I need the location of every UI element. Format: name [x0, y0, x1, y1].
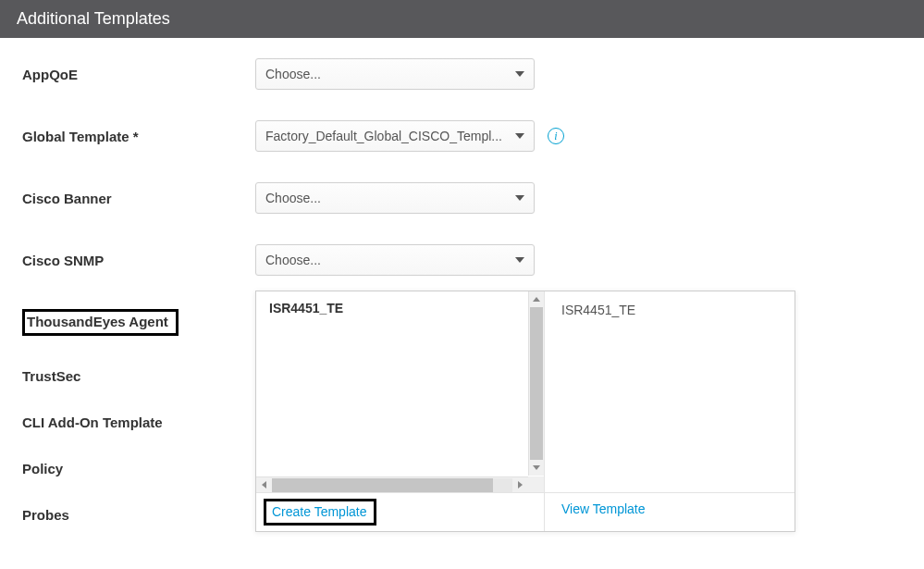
dropdown-list-content: ISR4451_TE: [256, 291, 544, 492]
arrow-left-icon: [262, 481, 266, 489]
row-global-template: Global Template * Factory_Default_Global…: [22, 120, 902, 152]
dropdown-body: ISR4451_TE ISR4451: [256, 291, 795, 492]
footer-right: View Template: [545, 493, 795, 531]
dropdown-option[interactable]: ISR4451_TE: [256, 291, 544, 325]
dropdown-list: ISR4451_TE: [256, 291, 545, 492]
scroll-left-button[interactable]: [256, 477, 272, 493]
scroll-corner: [528, 476, 544, 492]
select-cisco-snmp[interactable]: Choose...: [255, 244, 535, 276]
label-cli-addon: CLI Add-On Template: [22, 414, 255, 430]
footer-left: Create Template: [256, 493, 545, 531]
select-cisco-banner-text: Choose...: [265, 191, 321, 205]
select-global-template-text: Factory_Default_Global_CISCO_Templ...: [265, 129, 502, 143]
section-header: Additional Templates: [0, 0, 924, 38]
chevron-down-icon: [515, 71, 524, 77]
preview-title: ISR4451_TE: [561, 303, 635, 317]
vertical-scrollbar[interactable]: [528, 291, 544, 476]
label-probes: Probes: [22, 507, 255, 523]
row-appqoe: AppQoE Choose...: [22, 58, 902, 90]
highlight-thousandeyes: ThousandEyes Agent: [22, 309, 179, 336]
section-title: Additional Templates: [17, 9, 170, 28]
dropdown-preview: ISR4451_TE: [545, 291, 795, 492]
chevron-down-icon: [515, 133, 524, 139]
label-cisco-banner: Cisco Banner: [22, 191, 255, 206]
arrow-up-icon: [533, 297, 540, 302]
select-cisco-banner[interactable]: Choose...: [255, 182, 535, 214]
hscroll-thumb[interactable]: [272, 478, 493, 492]
vscroll-track[interactable]: [530, 307, 543, 460]
dropdown-footer: Create Template View Template: [256, 492, 795, 531]
row-cisco-snmp: Cisco SNMP Choose...: [22, 244, 902, 276]
label-global-template: Global Template *: [22, 129, 255, 144]
horizontal-scrollbar[interactable]: [256, 476, 528, 492]
label-policy: Policy: [22, 461, 255, 476]
vscroll-thumb[interactable]: [530, 307, 543, 460]
label-appqoe: AppQoE: [22, 67, 255, 82]
scroll-up-button[interactable]: [529, 291, 544, 307]
label-cisco-snmp: Cisco SNMP: [22, 253, 255, 268]
view-template-link[interactable]: View Template: [561, 501, 646, 516]
create-template-link[interactable]: Create Template: [272, 504, 366, 519]
info-icon[interactable]: i: [548, 128, 564, 144]
scroll-right-button[interactable]: [512, 477, 528, 493]
arrow-down-icon: [533, 465, 540, 470]
scroll-down-button[interactable]: [529, 460, 544, 476]
highlight-create-template: Create Template: [264, 499, 376, 526]
row-cisco-banner: Cisco Banner Choose...: [22, 182, 902, 214]
hscroll-track[interactable]: [272, 478, 512, 492]
select-appqoe[interactable]: Choose...: [255, 58, 535, 90]
select-appqoe-text: Choose...: [265, 67, 321, 81]
chevron-down-icon: [515, 257, 524, 263]
select-cisco-snmp-text: Choose...: [265, 253, 321, 267]
select-global-template[interactable]: Factory_Default_Global_CISCO_Templ...: [255, 120, 535, 152]
label-thousandeyes: ThousandEyes Agent: [22, 309, 255, 336]
chevron-down-icon: [515, 195, 524, 201]
label-trustsec: TrustSec: [22, 368, 255, 384]
arrow-right-icon: [518, 481, 523, 489]
dropdown-panel-thousandeyes: ISR4451_TE ISR4451: [255, 291, 795, 532]
